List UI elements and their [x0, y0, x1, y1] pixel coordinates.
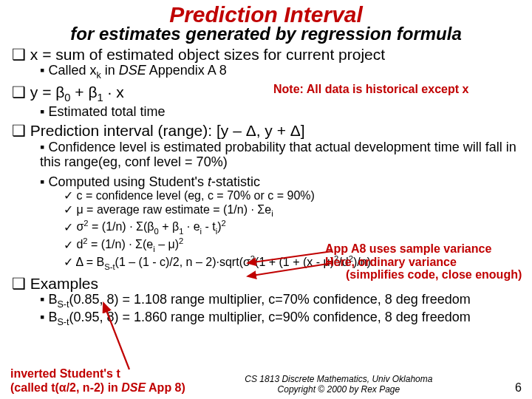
- footer-center: CS 1813 Discrete Mathematics, Univ Oklah…: [185, 374, 492, 395]
- check-c-conf: c = confidence level (eg, c = 70% or c =…: [64, 189, 522, 203]
- example-2: BS-t(0.95, 8) = 1.860 range multiplier, …: [40, 310, 522, 327]
- note-variance: App A8 uses sample variance Here, ordina…: [325, 242, 522, 282]
- bullet-called-xk: Called xk in DSE Appendix A 8: [40, 63, 522, 81]
- bullet-x-sum: x = sum of estimated object sizes for cu…: [12, 46, 522, 64]
- slide-title: Prediction Interval: [10, 3, 522, 27]
- slide-subtitle: for estimates generated by regression fo…: [10, 25, 522, 43]
- footer-left-note: inverted Student's t (called t(α/2, n-2)…: [10, 367, 185, 395]
- footer: inverted Student's t (called t(α/2, n-2)…: [10, 367, 522, 395]
- check-mu: μ = average raw estimate = (1/n) · Σei: [64, 203, 522, 219]
- bullet-conf-level: Confidence level is estimated probabilit…: [40, 140, 522, 170]
- bullet-pred-interval: Prediction interval (range): [y – Δ, y +…: [12, 122, 522, 140]
- check-sigma2: σ2 = (1/n) · Σ(β0 + β1 · ei - ti)2: [64, 219, 522, 236]
- example-1: BS-t(0.85, 8) = 1.108 range multiplier, …: [40, 292, 522, 310]
- bullet-student-t: Computed using Student's t-statistic: [40, 174, 522, 190]
- slide: Prediction Interval for estimates genera…: [0, 0, 532, 399]
- page-number: 6: [492, 381, 522, 395]
- bullet-est-total-time: Estimated total time: [40, 104, 522, 120]
- note-historical: Note: All data is historical except x: [273, 83, 468, 96]
